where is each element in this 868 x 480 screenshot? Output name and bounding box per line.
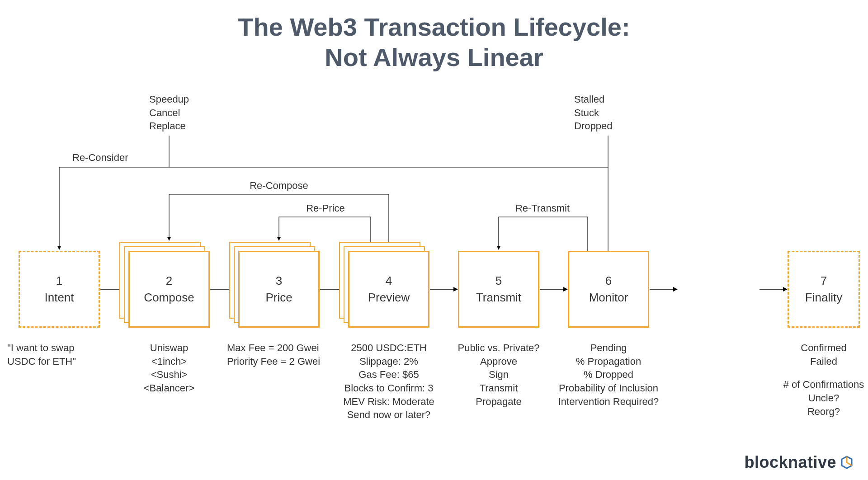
notes-price: Max Fee = 200 Gwei Priority Fee = 2 Gwei — [227, 341, 331, 368]
stage-number: 1 — [56, 274, 62, 288]
stage-price: 3 Price — [238, 251, 320, 328]
notes-preview: 2500 USDC:ETH Slippage: 2% Gas Fee: $65 … — [337, 341, 441, 422]
notes-intent: "I want to swap USDC for ETH" — [7, 341, 111, 368]
stage-intent: 1 Intent — [19, 251, 100, 328]
notes-transmit: Public vs. Private? Approve Sign Transmi… — [447, 341, 551, 408]
stage-name: Intent — [44, 291, 74, 305]
notes-compose: Uniswap <1inch> <Sushi> <Balancer> — [117, 341, 221, 395]
label-stalled-stuck-dropped: Stalled Stuck Dropped — [574, 93, 612, 133]
stage-transmit: 5 Transmit — [458, 251, 539, 328]
stage-number: 5 — [495, 274, 502, 288]
label-reconsider: Re-Consider — [72, 152, 128, 164]
stage-number: 3 — [276, 274, 282, 288]
page-title: The Web3 Transaction Lifecycle: Not Alwa… — [0, 12, 868, 72]
notes-finality: Confirmed Failed # of Confirmations Uncl… — [772, 341, 868, 418]
logo-text: blocknative — [744, 453, 836, 472]
label-recompose: Re-Compose — [250, 180, 308, 192]
stage-number: 6 — [605, 274, 612, 288]
stage-preview: 4 Preview — [348, 251, 429, 328]
stage-compose: 2 Compose — [128, 251, 210, 328]
stage-number: 7 — [821, 274, 827, 288]
label-reprice: Re-Price — [306, 202, 345, 214]
label-retransmit: Re-Transmit — [515, 202, 570, 214]
stage-monitor: 6 Monitor — [568, 251, 649, 328]
stage-number: 2 — [166, 274, 172, 288]
label-speedup-cancel-replace: Speedup Cancel Replace — [149, 93, 189, 133]
title-line-1: The Web3 Transaction Lifecycle: — [238, 13, 630, 41]
blocknative-logo: blocknative — [744, 453, 854, 472]
stage-name: Monitor — [589, 291, 628, 305]
stage-name: Transmit — [476, 291, 521, 305]
title-line-2: Not Always Linear — [0, 42, 868, 72]
stage-finality: 7 Finality — [788, 251, 860, 328]
notes-monitor: Pending % Propagation % Dropped Probabil… — [552, 341, 665, 408]
stage-name: Price — [265, 291, 292, 305]
blocknative-mark-icon — [839, 455, 854, 470]
stage-name: Compose — [144, 291, 194, 305]
stage-name: Finality — [805, 291, 842, 305]
stage-number: 4 — [386, 274, 392, 288]
stage-name: Preview — [368, 291, 410, 305]
